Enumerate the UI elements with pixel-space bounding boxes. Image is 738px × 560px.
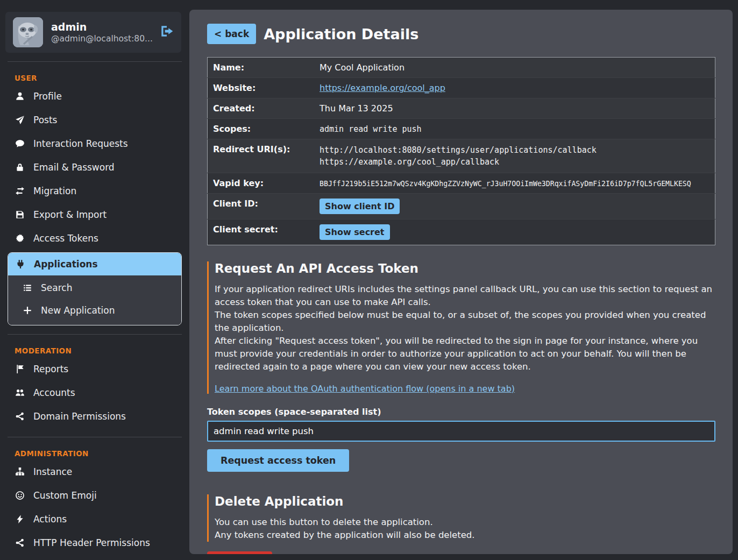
request-access-token-button[interactable]: Request access token	[207, 449, 349, 472]
sidebar-submenu: SearchNew Application	[8, 275, 181, 325]
token-section-paragraph: After clicking "Request access token", y…	[215, 335, 715, 373]
sidebar-item-label: Access Tokens	[33, 233, 98, 244]
sidebar-item-debug[interactable]: Debug	[0, 555, 189, 560]
lock-icon	[15, 162, 25, 172]
sign-out-icon[interactable]	[160, 24, 174, 40]
token-scopes-label: Token scopes (space-separated list)	[207, 407, 715, 417]
table-row-client-secret: Client secret:Show secret	[208, 219, 715, 245]
table-row-vapid-key: Vapid key:BBJffJ219b5iE512m7wQSzv4KgKDhg…	[208, 173, 715, 194]
back-button[interactable]: < back	[207, 24, 256, 44]
oauth-docs-link[interactable]: Learn more about the OAuth authenticatio…	[215, 384, 515, 394]
sidebar-item-new-application[interactable]: New Application	[8, 299, 181, 322]
sidebar-item-migration[interactable]: Migration	[0, 179, 189, 203]
row-value: Show client ID	[314, 194, 715, 219]
row-label: Client ID:	[208, 194, 315, 219]
show-client-id-button[interactable]: Show client ID	[320, 199, 400, 214]
row-label: Redirect URI(s):	[208, 139, 315, 173]
sidebar-item-label: Export & Import	[33, 209, 107, 220]
sidebar-item-label: Reports	[33, 364, 68, 374]
bolt-icon	[15, 514, 25, 524]
floppy-disk-icon	[15, 210, 25, 219]
row-label: Vapid key:	[208, 173, 315, 194]
delete-button[interactable]: Delete	[207, 551, 272, 554]
row-value: Show secret	[314, 219, 715, 245]
row-value-text: BBJffJ219b5iE512m7wQSzv4KgKDhgZZVzNyWC_r…	[320, 180, 691, 188]
page-title: Application Details	[264, 26, 418, 42]
sidebar-item-label: HTTP Header Permissions	[33, 537, 150, 548]
sitemap-icon	[15, 467, 25, 477]
row-value: http://localhost:8080/settings/user/appl…	[314, 139, 715, 173]
sidebar-item-domain-permissions[interactable]: Domain Permissions	[0, 405, 189, 428]
token-section-heading: Request An API Access Token	[215, 261, 715, 275]
delete-section-heading: Delete Application	[215, 494, 715, 508]
delete-application-section: Delete Application You can use this butt…	[207, 494, 715, 542]
sidebar-item-label: Accounts	[33, 387, 75, 398]
show-secret-button[interactable]: Show secret	[320, 224, 390, 240]
share-nodes-icon	[15, 538, 25, 548]
table-row-redirect-uri-s: Redirect URI(s):http://localhost:8080/se…	[208, 139, 715, 173]
plug-icon	[15, 259, 26, 269]
sidebar-item-custom-emoji[interactable]: Custom Emoji	[0, 484, 189, 507]
sidebar-item-reports[interactable]: Reports	[0, 357, 189, 381]
sidebar-item-label: Interaction Requests	[33, 138, 128, 149]
row-value: admin read write push	[314, 119, 715, 139]
sidebar-item-access-tokens[interactable]: Access Tokens	[0, 226, 189, 250]
sidebar-item-label: Domain Permissions	[33, 411, 126, 422]
row-label: Scopes:	[208, 119, 315, 139]
sidebar-item-label: Email & Password	[33, 162, 115, 173]
sidebar-item-posts[interactable]: Posts	[0, 108, 189, 132]
sidebar-divider	[8, 334, 182, 335]
token-section-text: If your application redirect URIs includ…	[215, 283, 715, 374]
sidebar-item-label: Applications	[34, 259, 98, 270]
sidebar-section-label-administration: ADMINISTRATION	[0, 446, 189, 460]
token-section-paragraph: If your application redirect URIs includ…	[215, 283, 715, 309]
sidebar-item-interaction-requests[interactable]: Interaction Requests	[0, 132, 189, 155]
token-request-section: Request An API Access Token If your appl…	[207, 261, 715, 394]
row-label: Website:	[208, 78, 315, 98]
paper-plane-icon	[15, 115, 25, 125]
delete-section-text: You can use this button to delete the ap…	[215, 516, 715, 542]
share-nodes-icon	[15, 412, 25, 421]
sidebar-item-accounts[interactable]: Accounts	[0, 381, 189, 405]
sidebar-item-label: Search	[41, 282, 72, 293]
list-icon	[22, 283, 33, 293]
row-label: Client secret:	[208, 219, 315, 245]
user-card[interactable]: admin @admin@localhost:80...	[5, 12, 181, 53]
website-link[interactable]: https://example.org/cool_app	[320, 83, 445, 93]
sidebar-divider	[8, 437, 182, 437]
sidebar-item-email-password[interactable]: Email & Password	[0, 155, 189, 179]
sidebar-item-label: Custom Emoji	[33, 490, 97, 501]
sidebar: admin @admin@localhost:80... USERProfile…	[0, 0, 189, 560]
table-row-client-id: Client ID:Show client ID	[208, 194, 715, 219]
table-row-scopes: Scopes:admin read write push	[208, 119, 715, 139]
delete-section-line: You can use this button to delete the ap…	[215, 516, 715, 529]
sidebar-item-applications[interactable]: Applications	[8, 253, 181, 275]
row-value-text: admin read write push	[320, 124, 422, 134]
sidebar-item-profile[interactable]: Profile	[0, 84, 189, 108]
users-icon	[15, 388, 25, 398]
sidebar-item-actions[interactable]: Actions	[0, 507, 189, 531]
sidebar-item-label: Migration	[33, 186, 76, 196]
application-details-table: Name:My Cool ApplicationWebsite:https://…	[207, 57, 715, 245]
table-row-created: Created:Thu Mar 13 2025	[208, 98, 715, 119]
application-details-panel: < back Application Details Name:My Cool …	[189, 10, 733, 554]
flag-icon	[15, 364, 25, 374]
sidebar-section-label-user: USER	[0, 70, 189, 84]
row-value-text: My Cool Application	[320, 62, 405, 73]
comment-icon	[15, 139, 25, 148]
user-card-text: admin @admin@localhost:80...	[51, 21, 157, 44]
user-name: admin	[51, 21, 157, 34]
redirect-uri: http://localhost:8080/settings/user/appl…	[320, 144, 709, 156]
sidebar-item-export-import[interactable]: Export & Import	[0, 203, 189, 226]
table-row-website: Website:https://example.org/cool_app	[208, 78, 715, 98]
certificate-icon	[15, 233, 25, 243]
plus-icon	[22, 306, 33, 315]
sidebar-group-applications: ApplicationsSearchNew Application	[8, 252, 182, 325]
sidebar-item-instance[interactable]: Instance	[0, 460, 189, 484]
sidebar-item-http-header-permissions[interactable]: HTTP Header Permissions	[0, 531, 189, 555]
sidebar-item-search[interactable]: Search	[8, 277, 181, 299]
delete-section-line: Any tokens created by the application wi…	[215, 529, 715, 542]
user-icon	[15, 91, 25, 101]
avatar	[13, 17, 43, 47]
token-scopes-input[interactable]	[207, 421, 715, 442]
